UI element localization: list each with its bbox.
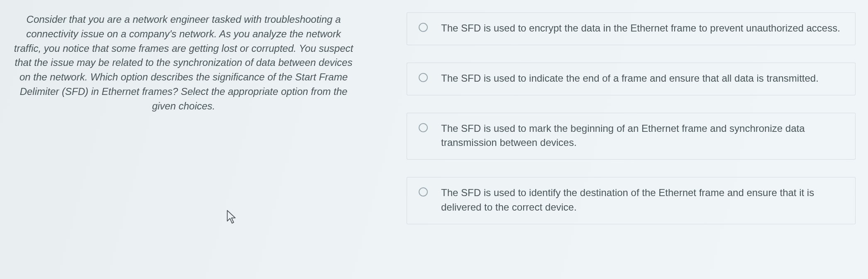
- option-2[interactable]: The SFD is used to indicate the end of a…: [407, 63, 856, 95]
- option-1[interactable]: The SFD is used to encrypt the data in t…: [407, 12, 856, 45]
- question-panel: Consider that you are a network engineer…: [0, 8, 367, 271]
- option-text: The SFD is used to mark the beginning of…: [441, 121, 844, 150]
- option-text: The SFD is used to encrypt the data in t…: [441, 21, 840, 36]
- option-text: The SFD is used to indicate the end of a…: [441, 71, 819, 86]
- radio-icon: [419, 123, 428, 132]
- quiz-container: Consider that you are a network engineer…: [0, 0, 868, 279]
- option-4[interactable]: The SFD is used to identify the destinat…: [407, 177, 856, 224]
- options-panel: The SFD is used to encrypt the data in t…: [367, 8, 868, 271]
- radio-icon: [419, 23, 428, 32]
- radio-icon: [419, 187, 428, 197]
- radio-icon: [419, 73, 428, 82]
- option-3[interactable]: The SFD is used to mark the beginning of…: [407, 113, 856, 160]
- question-text: Consider that you are a network engineer…: [12, 12, 355, 114]
- option-text: The SFD is used to identify the destinat…: [441, 186, 844, 215]
